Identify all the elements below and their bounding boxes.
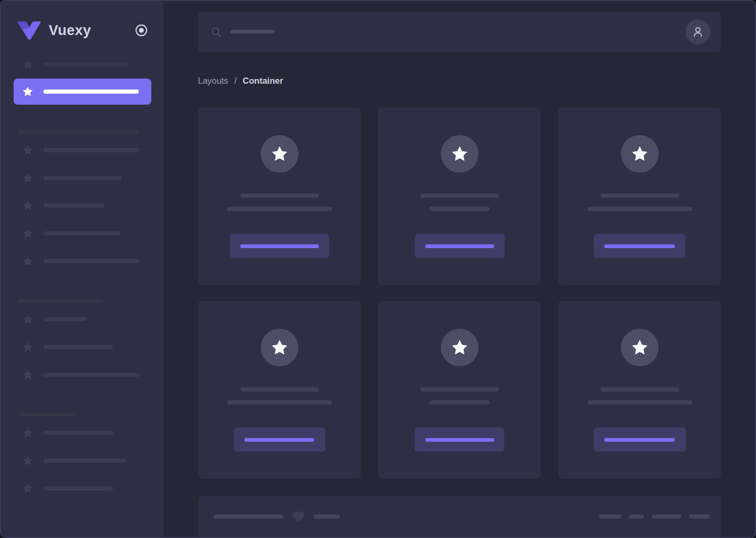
card-icon-circle — [441, 135, 479, 173]
star-icon — [631, 145, 649, 163]
star-icon — [451, 145, 469, 163]
star-icon — [22, 369, 34, 380]
star-icon — [22, 86, 34, 97]
radio-circle-icon[interactable] — [135, 24, 148, 37]
sidebar-item[interactable] — [1, 144, 163, 156]
main-content: Layouts / Container — [163, 1, 755, 537]
footer-right-group — [599, 514, 710, 519]
card-text-line-placeholder — [587, 207, 692, 211]
sidebar-item[interactable] — [1, 255, 163, 267]
sidebar-item-active[interactable] — [14, 79, 151, 105]
star-icon — [22, 228, 34, 239]
sidebar-item[interactable] — [1, 341, 163, 353]
star-icon — [22, 144, 34, 156]
card-text-line-placeholder — [227, 207, 332, 211]
menu-section-divider — [18, 413, 77, 416]
star-icon — [271, 145, 288, 163]
card-text-line-placeholder — [240, 194, 319, 198]
star-icon — [21, 199, 34, 212]
footer-link-placeholder — [652, 514, 681, 519]
star-icon — [21, 313, 34, 326]
menu-item-label-placeholder — [43, 486, 113, 490]
sidebar-item[interactable] — [1, 199, 163, 212]
card-text-line-placeholder — [240, 387, 319, 391]
card-action-button[interactable] — [230, 234, 329, 258]
sidebar-item[interactable] — [1, 172, 163, 184]
heart-icon — [291, 510, 306, 523]
menu-item-label-placeholder — [43, 317, 86, 321]
star-icon — [21, 172, 34, 184]
feature-card — [558, 301, 721, 479]
card-text-line-placeholder — [227, 400, 332, 405]
star-icon — [21, 85, 34, 98]
sidebar-item[interactable] — [1, 427, 163, 439]
card-action-button[interactable] — [415, 428, 504, 452]
star-icon — [22, 200, 34, 211]
star-icon — [21, 454, 34, 467]
star-icon — [271, 339, 288, 356]
menu-section-divider — [18, 130, 139, 133]
card-text-line-placeholder — [587, 400, 692, 405]
star-icon — [22, 341, 34, 353]
menu-item-label-placeholder — [43, 231, 120, 236]
footer-text-placeholder — [214, 514, 283, 519]
card-text-line-placeholder — [420, 194, 499, 198]
star-icon — [22, 59, 34, 70]
card-icon-circle — [261, 135, 298, 173]
menu-item-label-placeholder — [43, 89, 139, 94]
star-icon — [22, 455, 34, 466]
button-label-placeholder — [604, 438, 675, 442]
card-action-button[interactable] — [234, 428, 325, 452]
menu-item-label-placeholder — [43, 345, 113, 349]
card-text-line-placeholder — [429, 400, 490, 405]
card-text-line-placeholder — [601, 194, 679, 198]
sidebar-item[interactable] — [1, 482, 163, 495]
sidebar-item[interactable] — [1, 454, 163, 467]
star-icon — [21, 341, 34, 353]
search-placeholder-bar — [230, 30, 275, 33]
star-icon — [21, 482, 34, 495]
star-icon — [21, 255, 34, 267]
card-icon-circle — [441, 329, 479, 366]
feature-card — [198, 301, 361, 479]
card-grid — [198, 107, 721, 479]
star-icon — [22, 172, 34, 184]
search-bar[interactable] — [198, 12, 721, 52]
card-text-line-placeholder — [429, 207, 490, 211]
footer-card — [198, 496, 721, 537]
menu-item-label-placeholder — [43, 431, 113, 435]
user-avatar[interactable] — [685, 19, 710, 44]
breadcrumb-current: Container — [243, 76, 283, 85]
menu-item-label-placeholder — [43, 62, 128, 66]
card-action-button[interactable] — [594, 428, 686, 452]
star-icon — [21, 427, 34, 439]
search-icon — [210, 26, 222, 38]
feature-card — [378, 301, 541, 479]
star-icon — [631, 339, 649, 356]
app-window: Vuexy — [0, 0, 756, 538]
sidebar-item[interactable] — [1, 313, 163, 326]
star-icon — [451, 339, 469, 356]
card-icon-circle — [261, 329, 298, 366]
card-text-line-placeholder — [601, 387, 679, 391]
breadcrumb-separator: / — [234, 76, 237, 85]
card-text-line-placeholder — [420, 387, 499, 391]
menu-item-label-placeholder — [43, 204, 104, 208]
sidebar-item[interactable] — [1, 368, 163, 381]
star-icon — [21, 227, 34, 240]
footer-link-placeholder — [599, 514, 621, 519]
button-label-placeholder — [425, 438, 494, 442]
footer-link-placeholder — [689, 514, 710, 519]
feature-card — [198, 107, 361, 285]
breadcrumb-parent-link[interactable]: Layouts — [198, 76, 228, 85]
menu-item-label-placeholder — [43, 148, 140, 152]
vuexy-v-logo-icon — [17, 21, 42, 40]
sidebar-item[interactable] — [1, 58, 163, 71]
sidebar-item[interactable] — [1, 227, 163, 240]
sidebar-menu — [1, 58, 163, 495]
star-icon — [22, 313, 34, 325]
button-label-placeholder — [604, 244, 675, 248]
menu-section-divider — [18, 299, 103, 302]
card-action-button[interactable] — [594, 234, 685, 258]
card-action-button[interactable] — [415, 234, 505, 258]
